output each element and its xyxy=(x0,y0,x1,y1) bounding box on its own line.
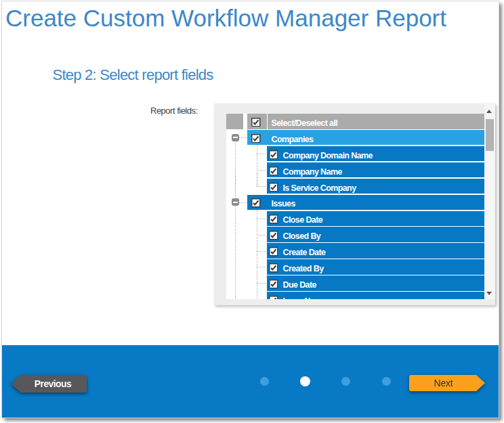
svg-text:Previous: Previous xyxy=(35,378,72,389)
svg-text:Next: Next xyxy=(434,378,453,388)
